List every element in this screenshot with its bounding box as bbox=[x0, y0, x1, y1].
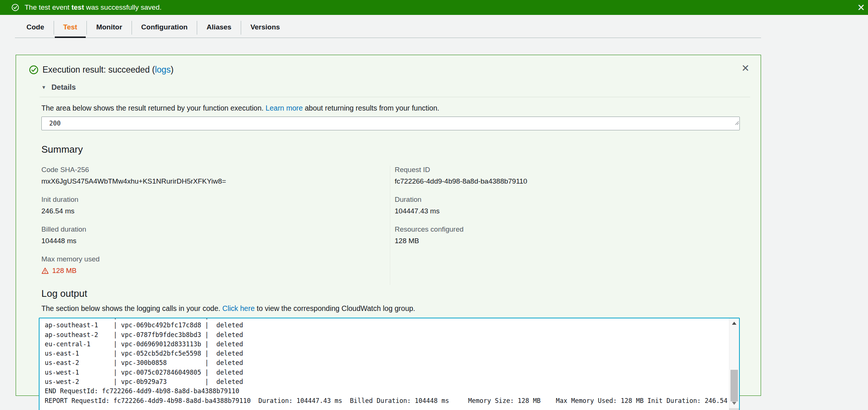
resize-grip-icon[interactable] bbox=[735, 117, 739, 130]
field-billed-duration: Billed duration 104448 ms bbox=[41, 225, 390, 245]
field-resources-configured: Resources configured 128 MB bbox=[395, 225, 761, 245]
tab-versions[interactable]: Versions bbox=[241, 18, 289, 38]
learn-more-link[interactable]: Learn more bbox=[266, 104, 303, 112]
field-max-memory-used: Max memory used 128 MB bbox=[41, 255, 390, 275]
log-output-heading: Log output bbox=[41, 288, 761, 299]
success-status-icon bbox=[29, 65, 39, 75]
tab-monitor[interactable]: Monitor bbox=[87, 18, 132, 38]
field-request-id: Request ID fc722266-4dd9-4b98-8a8d-ba438… bbox=[395, 166, 761, 185]
scroll-up-icon[interactable] bbox=[729, 319, 739, 327]
tab-aliases[interactable]: Aliases bbox=[197, 18, 241, 38]
logs-link[interactable]: logs bbox=[155, 65, 171, 74]
execution-result-panel: ✕ Execution result: succeeded (logs) ▼ D… bbox=[16, 55, 761, 396]
result-intro-text: The area below shows the result returned… bbox=[41, 104, 738, 112]
warning-icon bbox=[41, 267, 49, 274]
banner-message: The test event test was successfully sav… bbox=[25, 3, 162, 12]
field-code-sha256: Code SHA-256 mxX6JgUS475A4WbTMw4xhu+KS1N… bbox=[41, 166, 390, 185]
summary-grid: Code SHA-256 mxX6JgUS475A4WbTMw4xhu+KS1N… bbox=[41, 166, 761, 285]
result-value-box[interactable]: 200 bbox=[41, 117, 740, 130]
success-banner: The test event test was successfully sav… bbox=[0, 0, 868, 15]
success-check-icon bbox=[11, 3, 19, 12]
click-here-link[interactable]: Click here bbox=[222, 304, 255, 312]
log-text: | | ap-southeast-1 | vpc-069bc492bfc17c8… bbox=[45, 318, 729, 406]
tab-configuration[interactable]: Configuration bbox=[132, 18, 197, 38]
panel-title: Execution result: succeeded (logs) bbox=[42, 65, 174, 75]
resize-grip-icon[interactable] bbox=[729, 408, 739, 410]
field-duration: Duration 104447.43 ms bbox=[395, 196, 761, 215]
summary-heading: Summary bbox=[41, 144, 761, 155]
details-toggle[interactable]: ▼ Details bbox=[41, 83, 761, 92]
log-output-box[interactable]: | | ap-southeast-1 | vpc-069bc492bfc17c8… bbox=[39, 318, 740, 410]
log-intro-text: The section below shows the logging call… bbox=[41, 304, 738, 313]
details-label: Details bbox=[51, 83, 76, 92]
scrollbar-thumb[interactable] bbox=[730, 370, 738, 401]
close-icon[interactable]: ✕ bbox=[741, 63, 749, 73]
caret-down-icon: ▼ bbox=[41, 85, 46, 90]
result-value: 200 bbox=[49, 120, 61, 127]
tab-code[interactable]: Code bbox=[17, 18, 54, 38]
close-icon[interactable]: ✕ bbox=[856, 2, 867, 13]
scroll-down-icon[interactable] bbox=[729, 399, 739, 407]
divider bbox=[40, 97, 750, 97]
log-scrollbar[interactable] bbox=[729, 318, 739, 410]
event-name: test bbox=[72, 3, 84, 11]
field-init-duration: Init duration 246.54 ms bbox=[41, 196, 390, 215]
tab-test[interactable]: Test bbox=[54, 18, 87, 38]
function-tabs: Code Test Monitor Configuration Aliases … bbox=[15, 18, 761, 38]
